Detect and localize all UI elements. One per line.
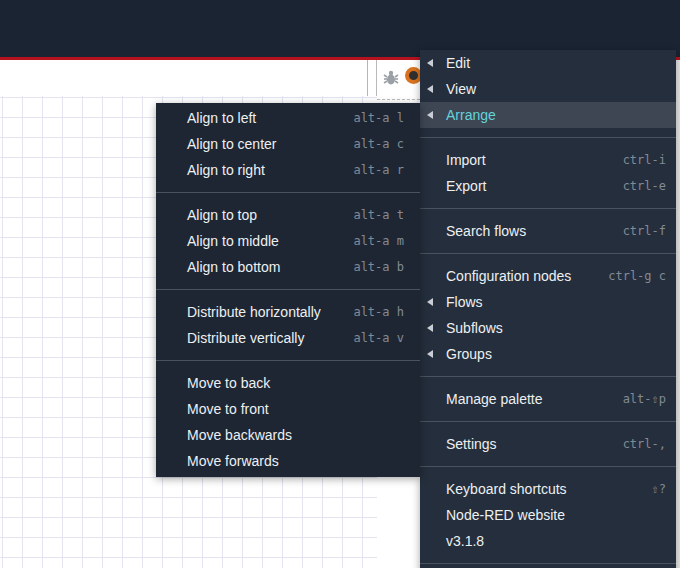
main-menu-item-shortcut: ⇧? <box>652 482 666 496</box>
main-menu-item-subflows[interactable]: Subflows <box>420 315 676 341</box>
arrange-submenu-item-label: Align to bottom <box>187 259 280 275</box>
main-menu-item-label: Import <box>446 152 486 168</box>
main-menu-item-view[interactable]: View <box>420 76 676 102</box>
node-red-editor: + Deploy su E <box>0 0 680 568</box>
main-menu-item-import[interactable]: Importctrl-i <box>420 147 676 173</box>
arrange-submenu-item-move-to-back[interactable]: Move to back <box>156 370 420 396</box>
main-menu-item-keyboard-shortcuts[interactable]: Keyboard shortcuts⇧? <box>420 476 676 502</box>
main-menu-item-shortcut: ctrl-i <box>623 153 666 167</box>
arrange-submenu-item-distribute-horizontally[interactable]: Distribute horizontallyalt-a h <box>156 299 420 325</box>
main-menu-item-label: Keyboard shortcuts <box>446 481 567 497</box>
sidebar-scrollbar[interactable] <box>676 60 680 568</box>
arrange-submenu-item-label: Move to front <box>187 401 269 417</box>
submenu-left-arrow-icon <box>427 324 433 332</box>
main-menu-item-label: Flows <box>446 294 483 310</box>
arrange-submenu-item-label: Distribute vertically <box>187 330 304 346</box>
main-menu-item-node-red-website[interactable]: Node-RED website <box>420 502 676 528</box>
arrange-submenu-item-shortcut: alt-a m <box>353 234 404 248</box>
arrange-submenu-item-move-forwards[interactable]: Move forwards <box>156 448 420 474</box>
arrange-submenu-item-shortcut: alt-a b <box>353 260 404 274</box>
main-menu-item-label: Node-RED website <box>446 507 565 523</box>
main-menu-item-label: Settings <box>446 436 497 452</box>
main-menu-item-edit[interactable]: Edit <box>420 50 676 76</box>
main-menu-item-groups[interactable]: Groups <box>420 341 676 367</box>
main-menu-item-settings[interactable]: Settingsctrl-, <box>420 431 676 457</box>
main-menu-item-label: Edit <box>446 55 470 71</box>
arrange-submenu-item-label: Align to top <box>187 207 257 223</box>
main-menu-divider <box>420 421 676 422</box>
main-menu-item-shortcut: alt-⇧p <box>623 392 666 406</box>
main-menu-item-manage-palette[interactable]: Manage palettealt-⇧p <box>420 386 676 412</box>
main-menu-item-label: Export <box>446 178 486 194</box>
main-menu-item-label: View <box>446 81 476 97</box>
main-menu-item-label: v3.1.8 <box>446 533 484 549</box>
arrange-submenu-item-label: Align to middle <box>187 233 279 249</box>
main-menu-divider <box>420 208 676 209</box>
arrange-submenu-item-label: Align to left <box>187 110 256 126</box>
arrange-submenu-item-align-to-middle[interactable]: Align to middlealt-a m <box>156 228 420 254</box>
main-menu-item-search-flows[interactable]: Search flowsctrl-f <box>420 218 676 244</box>
main-menu-item-arrange[interactable]: Arrange <box>420 102 676 128</box>
arrange-submenu: Align to leftalt-a lAlign to centeralt-a… <box>156 103 420 477</box>
sidebar-header-border <box>377 99 420 100</box>
arrange-submenu-divider <box>156 360 420 361</box>
submenu-left-arrow-icon <box>427 350 433 358</box>
arrange-submenu-item-label: Move to back <box>187 375 270 391</box>
debug-tab-icon[interactable] <box>382 69 400 91</box>
arrange-submenu-item-shortcut: alt-a r <box>353 163 404 177</box>
main-menu-divider <box>420 253 676 254</box>
main-menu-item-shortcut: ctrl-f <box>623 224 666 238</box>
arrange-submenu-item-shortcut: alt-a c <box>353 137 404 151</box>
arrange-submenu-item-shortcut: alt-a t <box>353 208 404 222</box>
arrange-submenu-item-shortcut: alt-a h <box>353 305 404 319</box>
main-menu-divider <box>420 563 676 564</box>
main-menu-item-label: Manage palette <box>446 391 543 407</box>
submenu-left-arrow-icon <box>427 59 433 67</box>
main-menu-item-flows[interactable]: Flows <box>420 289 676 315</box>
arrange-submenu-item-distribute-vertically[interactable]: Distribute verticallyalt-a v <box>156 325 420 351</box>
arrange-submenu-item-label: Move forwards <box>187 453 279 469</box>
main-menu-item-label: Subflows <box>446 320 503 336</box>
workspace-tab-bar <box>0 60 368 96</box>
arrange-submenu-item-move-to-front[interactable]: Move to front <box>156 396 420 422</box>
arrange-submenu-item-label: Distribute horizontally <box>187 304 321 320</box>
submenu-left-arrow-icon <box>427 111 433 119</box>
main-menu: EditViewArrangeImportctrl-iExportctrl-eS… <box>420 50 676 568</box>
main-menu-divider <box>420 376 676 377</box>
arrange-submenu-item-label: Align to right <box>187 162 265 178</box>
submenu-left-arrow-icon <box>427 85 433 93</box>
arrange-submenu-divider <box>156 289 420 290</box>
arrange-submenu-item-align-to-bottom[interactable]: Align to bottomalt-a b <box>156 254 420 280</box>
arrange-submenu-item-shortcut: alt-a v <box>353 331 404 345</box>
main-menu-item-shortcut: ctrl-e <box>623 179 666 193</box>
submenu-left-arrow-icon <box>427 298 433 306</box>
main-menu-divider <box>420 466 676 467</box>
editor-header <box>0 0 680 57</box>
main-menu-item-v3-1-8[interactable]: v3.1.8 <box>420 528 676 554</box>
sidebar-splitter[interactable] <box>376 60 377 96</box>
arrange-submenu-divider <box>156 192 420 193</box>
arrange-submenu-item-align-to-left[interactable]: Align to leftalt-a l <box>156 105 420 131</box>
main-menu-divider <box>420 137 676 138</box>
main-menu-item-label: Groups <box>446 346 492 362</box>
arrange-submenu-item-label: Move backwards <box>187 427 292 443</box>
main-menu-item-configuration-nodes[interactable]: Configuration nodesctrl-g c <box>420 263 676 289</box>
main-menu-item-shortcut: ctrl-, <box>623 437 666 451</box>
arrange-submenu-item-move-backwards[interactable]: Move backwards <box>156 422 420 448</box>
arrange-submenu-item-align-to-center[interactable]: Align to centeralt-a c <box>156 131 420 157</box>
arrange-submenu-item-shortcut: alt-a l <box>353 111 404 125</box>
main-menu-item-label: Arrange <box>446 107 496 123</box>
arrange-submenu-item-align-to-top[interactable]: Align to topalt-a t <box>156 202 420 228</box>
main-menu-item-export[interactable]: Exportctrl-e <box>420 173 676 199</box>
main-menu-item-label: Configuration nodes <box>446 268 571 284</box>
arrange-submenu-item-align-to-right[interactable]: Align to rightalt-a r <box>156 157 420 183</box>
arrange-submenu-item-label: Align to center <box>187 136 277 152</box>
main-menu-item-label: Search flows <box>446 223 526 239</box>
main-menu-item-shortcut: ctrl-g c <box>608 269 666 283</box>
